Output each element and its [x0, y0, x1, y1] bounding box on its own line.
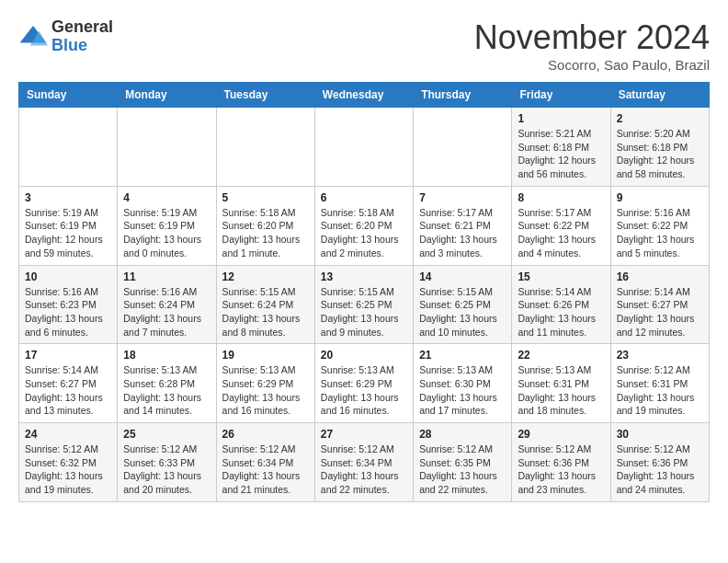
calendar-cell: 7Sunrise: 5:17 AM Sunset: 6:21 PM Daylig… [414, 186, 512, 265]
calendar-cell: 13Sunrise: 5:15 AM Sunset: 6:25 PM Dayli… [314, 265, 413, 344]
calendar-cell: 11Sunrise: 5:16 AM Sunset: 6:24 PM Dayli… [118, 265, 216, 344]
day-number: 27 [321, 428, 407, 441]
day-number: 1 [518, 112, 604, 125]
calendar-cell: 17Sunrise: 5:14 AM Sunset: 6:27 PM Dayli… [19, 344, 118, 423]
day-number: 14 [419, 270, 506, 283]
day-info: Sunrise: 5:15 AM Sunset: 6:25 PM Dayligh… [321, 285, 407, 339]
day-number: 15 [518, 270, 604, 283]
weekday-header-sunday: Sunday [19, 83, 118, 108]
logo: General Blue [18, 18, 113, 55]
day-info: Sunrise: 5:12 AM Sunset: 6:34 PM Dayligh… [222, 442, 309, 497]
calendar-cell [414, 108, 512, 187]
day-info: Sunrise: 5:16 AM Sunset: 6:22 PM Dayligh… [617, 206, 703, 260]
day-info: Sunrise: 5:13 AM Sunset: 6:31 PM Dayligh… [518, 363, 604, 418]
day-number: 4 [123, 191, 210, 204]
day-info: Sunrise: 5:19 AM Sunset: 6:19 PM Dayligh… [123, 206, 210, 260]
day-number: 17 [25, 349, 111, 362]
calendar-cell: 28Sunrise: 5:12 AM Sunset: 6:35 PM Dayli… [414, 423, 512, 502]
week-row-5: 24Sunrise: 5:12 AM Sunset: 6:32 PM Dayli… [19, 423, 710, 502]
weekday-header-thursday: Thursday [414, 83, 512, 108]
day-number: 18 [123, 349, 210, 362]
day-number: 9 [617, 191, 703, 204]
day-number: 8 [518, 191, 604, 204]
day-number: 6 [321, 191, 407, 204]
weekday-header-monday: Monday [118, 83, 216, 108]
day-info: Sunrise: 5:12 AM Sunset: 6:36 PM Dayligh… [518, 442, 604, 497]
day-number: 22 [518, 349, 604, 362]
day-number: 30 [617, 428, 703, 441]
day-info: Sunrise: 5:12 AM Sunset: 6:34 PM Dayligh… [321, 442, 407, 497]
calendar-cell: 12Sunrise: 5:15 AM Sunset: 6:24 PM Dayli… [216, 265, 314, 344]
calendar-cell: 21Sunrise: 5:13 AM Sunset: 6:30 PM Dayli… [414, 344, 512, 423]
day-number: 25 [123, 428, 210, 441]
week-row-1: 1Sunrise: 5:21 AM Sunset: 6:18 PM Daylig… [19, 108, 710, 187]
day-info: Sunrise: 5:12 AM Sunset: 6:35 PM Dayligh… [419, 442, 506, 497]
day-info: Sunrise: 5:13 AM Sunset: 6:30 PM Dayligh… [419, 363, 506, 418]
day-number: 23 [617, 349, 703, 362]
calendar-cell: 5Sunrise: 5:18 AM Sunset: 6:20 PM Daylig… [216, 186, 314, 265]
day-info: Sunrise: 5:14 AM Sunset: 6:27 PM Dayligh… [25, 363, 111, 418]
day-info: Sunrise: 5:19 AM Sunset: 6:19 PM Dayligh… [25, 206, 111, 260]
day-number: 11 [123, 270, 210, 283]
day-info: Sunrise: 5:12 AM Sunset: 6:32 PM Dayligh… [25, 442, 111, 497]
calendar-cell [118, 108, 216, 187]
week-row-3: 10Sunrise: 5:16 AM Sunset: 6:23 PM Dayli… [19, 265, 710, 344]
calendar-cell [19, 108, 118, 187]
day-info: Sunrise: 5:14 AM Sunset: 6:26 PM Dayligh… [518, 285, 604, 339]
weekday-header-tuesday: Tuesday [216, 83, 314, 108]
calendar-cell: 24Sunrise: 5:12 AM Sunset: 6:32 PM Dayli… [19, 423, 118, 502]
day-info: Sunrise: 5:17 AM Sunset: 6:21 PM Dayligh… [419, 206, 506, 260]
calendar-cell: 30Sunrise: 5:12 AM Sunset: 6:36 PM Dayli… [610, 423, 709, 502]
day-info: Sunrise: 5:18 AM Sunset: 6:20 PM Dayligh… [321, 206, 407, 260]
page-header: General Blue November 2024 Socorro, Sao … [18, 18, 710, 73]
day-number: 16 [617, 270, 703, 283]
logo-text: General Blue [51, 18, 113, 55]
day-number: 21 [419, 349, 506, 362]
calendar-cell: 4Sunrise: 5:19 AM Sunset: 6:19 PM Daylig… [118, 186, 216, 265]
day-number: 10 [25, 270, 111, 283]
calendar-cell: 27Sunrise: 5:12 AM Sunset: 6:34 PM Dayli… [314, 423, 413, 502]
month-title: November 2024 [474, 18, 710, 57]
day-number: 5 [222, 191, 309, 204]
title-block: November 2024 Socorro, Sao Paulo, Brazil [474, 18, 710, 73]
calendar-cell: 14Sunrise: 5:15 AM Sunset: 6:25 PM Dayli… [414, 265, 512, 344]
day-info: Sunrise: 5:13 AM Sunset: 6:28 PM Dayligh… [123, 363, 210, 418]
day-info: Sunrise: 5:17 AM Sunset: 6:22 PM Dayligh… [518, 206, 604, 260]
day-info: Sunrise: 5:21 AM Sunset: 6:18 PM Dayligh… [518, 127, 604, 181]
day-info: Sunrise: 5:15 AM Sunset: 6:25 PM Dayligh… [419, 285, 506, 339]
calendar-cell: 16Sunrise: 5:14 AM Sunset: 6:27 PM Dayli… [610, 265, 709, 344]
calendar-cell: 8Sunrise: 5:17 AM Sunset: 6:22 PM Daylig… [512, 186, 610, 265]
calendar-cell: 23Sunrise: 5:12 AM Sunset: 6:31 PM Dayli… [610, 344, 709, 423]
day-info: Sunrise: 5:13 AM Sunset: 6:29 PM Dayligh… [321, 363, 407, 418]
week-row-2: 3Sunrise: 5:19 AM Sunset: 6:19 PM Daylig… [19, 186, 710, 265]
day-number: 7 [419, 191, 506, 204]
weekday-header-wednesday: Wednesday [314, 83, 413, 108]
calendar-cell: 19Sunrise: 5:13 AM Sunset: 6:29 PM Dayli… [216, 344, 314, 423]
day-info: Sunrise: 5:14 AM Sunset: 6:27 PM Dayligh… [617, 285, 703, 339]
day-number: 3 [25, 191, 111, 204]
day-number: 29 [518, 428, 604, 441]
day-info: Sunrise: 5:13 AM Sunset: 6:29 PM Dayligh… [222, 363, 309, 418]
day-number: 20 [321, 349, 407, 362]
calendar-cell: 29Sunrise: 5:12 AM Sunset: 6:36 PM Dayli… [512, 423, 610, 502]
weekday-header-friday: Friday [512, 83, 610, 108]
calendar-cell: 1Sunrise: 5:21 AM Sunset: 6:18 PM Daylig… [512, 108, 610, 187]
calendar-cell [216, 108, 314, 187]
calendar-cell: 22Sunrise: 5:13 AM Sunset: 6:31 PM Dayli… [512, 344, 610, 423]
calendar-cell: 20Sunrise: 5:13 AM Sunset: 6:29 PM Dayli… [314, 344, 413, 423]
day-number: 26 [222, 428, 309, 441]
calendar-cell: 26Sunrise: 5:12 AM Sunset: 6:34 PM Dayli… [216, 423, 314, 502]
day-info: Sunrise: 5:16 AM Sunset: 6:24 PM Dayligh… [123, 285, 210, 339]
location: Socorro, Sao Paulo, Brazil [474, 57, 710, 73]
calendar-table: SundayMondayTuesdayWednesdayThursdayFrid… [18, 82, 710, 502]
weekday-header-row: SundayMondayTuesdayWednesdayThursdayFrid… [19, 83, 710, 108]
calendar-cell: 9Sunrise: 5:16 AM Sunset: 6:22 PM Daylig… [610, 186, 709, 265]
day-info: Sunrise: 5:12 AM Sunset: 6:36 PM Dayligh… [617, 442, 703, 497]
day-number: 28 [419, 428, 506, 441]
day-info: Sunrise: 5:15 AM Sunset: 6:24 PM Dayligh… [222, 285, 309, 339]
logo-icon [18, 22, 48, 52]
calendar-cell: 15Sunrise: 5:14 AM Sunset: 6:26 PM Dayli… [512, 265, 610, 344]
day-number: 24 [25, 428, 111, 441]
weekday-header-saturday: Saturday [610, 83, 709, 108]
day-number: 19 [222, 349, 309, 362]
